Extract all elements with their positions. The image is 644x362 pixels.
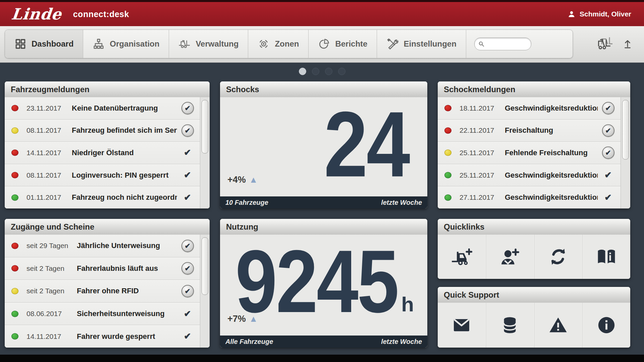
list-item[interactable]: 25.11.2017Fehlende Freischaltung✔: [438, 141, 621, 164]
search-input[interactable]: [487, 39, 528, 49]
kpi-body: 9245 h +7% ▲: [220, 235, 427, 336]
trend-up-icon: ▲: [249, 175, 258, 185]
acknowledge-button[interactable]: ✔: [181, 285, 194, 297]
list-item[interactable]: seit 2 TagenFahrerlaubnis läuft aus✔: [5, 257, 200, 280]
tab-berichte[interactable]: Berichte: [309, 30, 377, 58]
item-text: Geschwindigkeitsreduktion: [505, 171, 598, 180]
tab-bar: DashboardOrganisationVerwaltungZonenBeri…: [5, 29, 573, 58]
status-dot-red: [11, 172, 18, 178]
carousel-dot-1[interactable]: [299, 68, 306, 75]
sync-icon: [547, 247, 569, 266]
quick-support-info-button[interactable]: [582, 303, 630, 348]
list-item[interactable]: seit 2 TagenFahrer ohne RFID✔: [5, 280, 200, 302]
acknowledge-button[interactable]: ✔: [181, 124, 194, 137]
item-text: Fahrzeug befindet sich im Serv...: [72, 126, 177, 135]
list-item[interactable]: 18.11.2017Geschwindigkeitsreduktion✔: [438, 97, 621, 119]
trend-value: +4%: [227, 175, 246, 185]
ack-cell: ✔: [180, 124, 195, 137]
item-text: Niedriger Ölstand: [72, 148, 177, 157]
list-item[interactable]: 25.11.2017Geschwindigkeitsreduktion✔: [438, 164, 621, 186]
forklift-fleet-icon[interactable]: [595, 36, 612, 51]
list-item[interactable]: 22.11.2017Freischaltung✔: [438, 119, 621, 142]
linde-logo: Linde: [10, 5, 62, 23]
card-title: Quick Support: [438, 287, 630, 303]
scrollbar-thumb[interactable]: [202, 237, 208, 295]
message-list: 18.11.2017Geschwindigkeitsreduktion✔22.1…: [438, 97, 621, 208]
quicklinks-manual-button[interactable]: [582, 235, 630, 279]
item-date: 14.11.2017: [26, 149, 68, 157]
footer-period: letzte Woche: [381, 338, 422, 346]
acknowledged-check-icon: ✔: [184, 309, 191, 319]
acknowledge-button[interactable]: ✔: [181, 102, 194, 114]
quick-support-email-button[interactable]: [438, 303, 486, 348]
header: Linde connect:desk Schmidt, Oliver: [0, 2, 644, 26]
tab-label: Berichte: [335, 39, 367, 49]
search-cell: [466, 30, 539, 58]
item-date: 23.11.2017: [26, 104, 68, 112]
list-item[interactable]: 01.11.2017Fahrzeug noch nicht zugeordnet…: [5, 186, 200, 208]
list-item[interactable]: 23.11.2017Keine Datenübertragung✔: [5, 97, 200, 119]
scrollbar-thumb[interactable]: [622, 100, 629, 160]
acknowledge-button[interactable]: ✔: [602, 124, 614, 137]
status-dot-red: [444, 127, 451, 134]
tab-label: Verwaltung: [196, 39, 238, 49]
item-date: 01.11.2017: [26, 193, 68, 201]
card-title: Fahrzeugmeldungen: [5, 81, 210, 98]
scrollbar[interactable]: [200, 235, 210, 348]
forklift-icon: [178, 38, 191, 50]
carousel-dot-2[interactable]: [312, 68, 319, 75]
user-menu[interactable]: Schmidt, Oliver: [568, 2, 631, 26]
item-date: 25.11.2017: [460, 171, 501, 179]
list-item[interactable]: 08.11.2017Fahrzeug befindet sich im Serv…: [5, 119, 200, 142]
list-item[interactable]: 08.06.2017Sicherheitsunterweisung✔: [5, 302, 200, 325]
tab-label: Zonen: [275, 39, 299, 49]
status-dot-green: [11, 311, 18, 317]
item-text: Fehlende Freischaltung: [505, 148, 598, 157]
acknowledge-button[interactable]: ✔: [181, 240, 194, 252]
ack-cell: ✔: [600, 192, 616, 203]
card-zugaenge-und-scheine: Zugänge und Scheine seit 29 TagenJährlic…: [5, 219, 210, 348]
item-text: Fahrer wurde gesperrt: [77, 332, 177, 341]
tab-dashboard[interactable]: Dashboard: [5, 30, 83, 58]
footer-period: letzte Woche: [381, 199, 422, 206]
status-dot-green: [11, 333, 18, 340]
list-item[interactable]: 14.11.2017Niedriger Ölstand✔: [5, 141, 200, 164]
tab-organisation[interactable]: Organisation: [83, 30, 169, 58]
quicklinks-add-vehicle-button[interactable]: [438, 235, 486, 279]
quicklinks-add-driver-button[interactable]: [486, 235, 534, 279]
status-dot-yellow: [444, 149, 451, 156]
tab-einstellungen[interactable]: Einstellungen: [377, 30, 466, 58]
card-title: Zugänge und Scheine: [5, 219, 210, 235]
status-dot-green: [444, 194, 451, 201]
acknowledged-check-icon: ✔: [184, 331, 191, 342]
acknowledge-button[interactable]: ✔: [181, 262, 194, 275]
kpi-footer: Alle Fahrzeuge letzte Woche: [220, 336, 427, 348]
ack-cell: ✔: [600, 146, 616, 159]
ack-cell: ✔: [180, 147, 195, 158]
carousel-dot-4[interactable]: [338, 68, 345, 75]
acknowledge-button[interactable]: ✔: [602, 146, 614, 159]
quicklinks-sync-button[interactable]: [534, 235, 583, 279]
item-date: 22.11.2017: [460, 126, 501, 134]
acknowledge-button[interactable]: ✔: [602, 102, 614, 114]
ack-cell: ✔: [180, 240, 195, 252]
tab-verwaltung[interactable]: Verwaltung: [169, 30, 248, 58]
upload-icon[interactable]: [623, 36, 633, 51]
quick-support-incident-button[interactable]: [534, 303, 583, 348]
list-item[interactable]: 14.11.2017Fahrer wurde gesperrt✔: [5, 325, 200, 348]
scrollbar-thumb[interactable]: [202, 100, 208, 154]
status-dot-green: [444, 172, 451, 178]
scrollbar[interactable]: [621, 97, 630, 208]
tab-zonen[interactable]: Zonen: [248, 30, 309, 58]
message-list: 23.11.2017Keine Datenübertragung✔08.11.2…: [5, 97, 200, 208]
kpi-body: 24 +4% ▲: [220, 97, 427, 196]
quick-support-database-button[interactable]: [486, 303, 534, 348]
item-text: Geschwindigkeitsreduktion: [505, 193, 598, 202]
list-item[interactable]: 08.11.2017Loginversuch: PIN gesperrt✔: [5, 164, 200, 186]
scrollbar[interactable]: [200, 97, 210, 208]
item-date: 14.11.2017: [26, 333, 73, 341]
list-item[interactable]: 27.11.2017Geschwindigkeitsreduktion✔: [438, 186, 621, 208]
carousel-dot-3[interactable]: [325, 68, 332, 75]
list-item[interactable]: seit 29 TagenJährliche Unterweisung✔: [5, 235, 200, 257]
status-dot-red: [444, 105, 451, 111]
